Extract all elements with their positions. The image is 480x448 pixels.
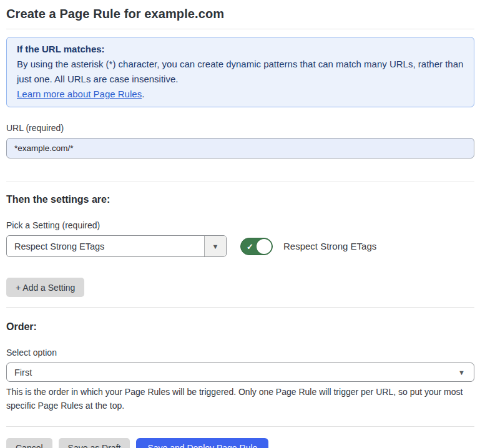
info-box-body-text: By using the asterisk (*) character, you…	[17, 59, 463, 84]
link-period: .	[142, 89, 144, 99]
check-icon: ✓	[247, 242, 253, 250]
divider	[6, 29, 474, 29]
save-and-deploy-button[interactable]: Save and Deploy Page Rule	[136, 438, 268, 448]
info-box-link-line: Learn more about Page Rules.	[17, 87, 464, 102]
create-page-rule-form: Create a Page Rule for example.com If th…	[0, 0, 480, 448]
cancel-button[interactable]: Cancel	[6, 438, 52, 448]
url-input[interactable]	[6, 138, 474, 158]
url-field-label: URL (required)	[6, 123, 474, 133]
form-actions: Cancel Save as Draft Save and Deploy Pag…	[6, 438, 474, 448]
chevron-down-icon[interactable]: ▼	[204, 236, 226, 256]
setting-select[interactable]: Respect Strong ETags ▼	[6, 235, 227, 257]
order-select[interactable]: First ▼	[6, 363, 474, 382]
divider	[6, 426, 474, 427]
learn-more-link[interactable]: Learn more about Page Rules	[17, 89, 142, 99]
add-setting-button[interactable]: + Add a Setting	[6, 278, 84, 297]
info-box-body: By using the asterisk (*) character, you…	[17, 57, 464, 87]
settings-section-heading: Then the settings are:	[6, 194, 474, 205]
toggle-knob	[257, 239, 272, 254]
save-as-draft-button[interactable]: Save as Draft	[59, 438, 130, 448]
setting-row: Respect Strong ETags ▼ ✓ Respect Strong …	[6, 235, 474, 257]
order-section-heading: Order:	[6, 321, 474, 333]
toggle-label: Respect Strong ETags	[283, 241, 376, 251]
order-help-text: This is the order in which your Page Rul…	[6, 385, 465, 412]
url-match-info-box: If the URL matches: By using the asteris…	[6, 37, 474, 107]
order-select-value: First	[14, 368, 32, 377]
chevron-down-icon: ▼	[458, 369, 465, 376]
order-select-label: Select option	[6, 348, 474, 358]
respect-strong-etags-toggle[interactable]: ✓	[240, 238, 273, 255]
divider	[6, 307, 474, 308]
caret-glyph: ▼	[212, 243, 219, 250]
pick-setting-label: Pick a Setting (required)	[6, 220, 474, 230]
info-box-heading: If the URL matches:	[17, 42, 464, 57]
setting-select-value: Respect Strong ETags	[7, 236, 204, 256]
divider	[6, 182, 474, 182]
page-title: Create a Page Rule for example.com	[6, 0, 474, 21]
